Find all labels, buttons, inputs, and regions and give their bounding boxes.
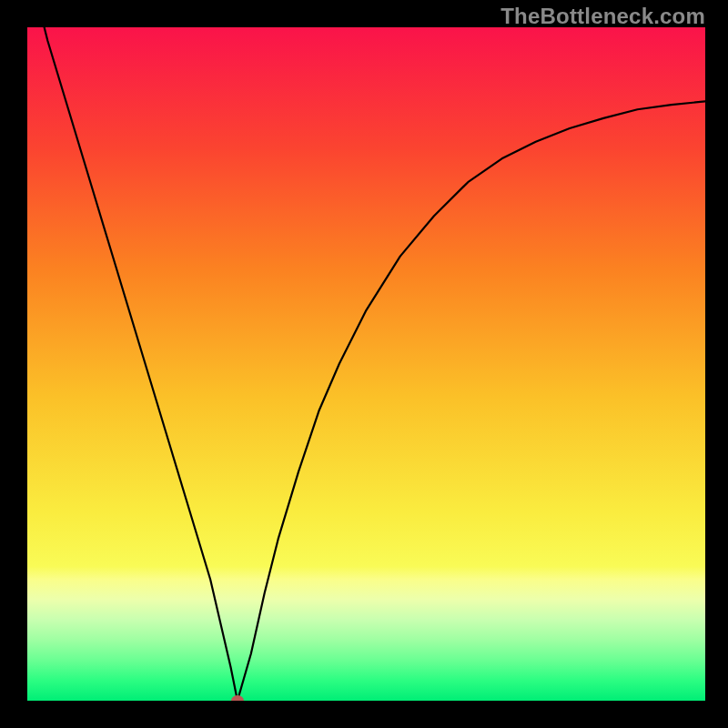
curve-layer xyxy=(27,27,705,701)
bottleneck-curve xyxy=(27,27,705,701)
optimal-point-marker xyxy=(231,695,244,701)
plot-area xyxy=(27,27,705,701)
chart-canvas: TheBottleneck.com xyxy=(0,0,728,728)
watermark-text: TheBottleneck.com xyxy=(500,4,705,29)
